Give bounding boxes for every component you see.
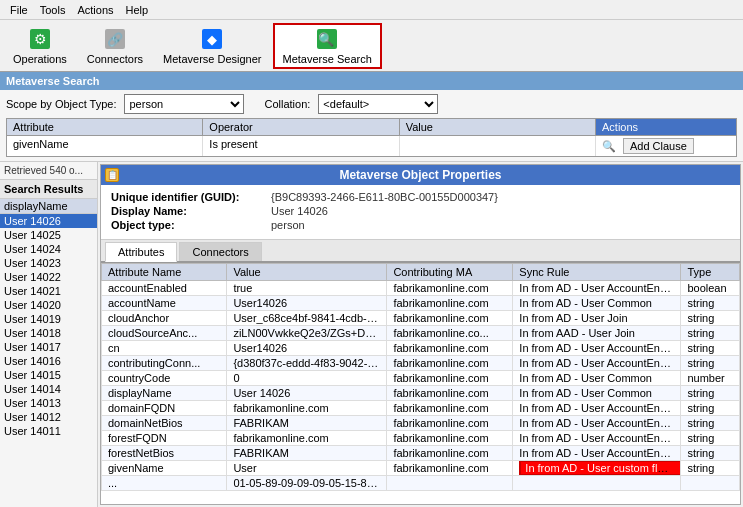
section-title: Metaverse Search [0,72,743,90]
attr-type-cell [681,476,740,491]
table-row: cloudSourceAnc... ziLN00VwkkeQ2e3/ZGs+DA… [102,326,740,341]
metaverse-search-icon: 🔍 [315,27,339,51]
attr-name-cell: cloudSourceAnc... [102,326,227,341]
attr-ma-cell: fabrikamonline.com [387,446,513,461]
attr-ma-cell: fabrikamonline.com [387,416,513,431]
result-item[interactable]: User 14013 [0,396,97,410]
filter-table: Attribute Operator Value Actions givenNa… [6,118,737,157]
attr-name-cell: givenName [102,461,227,476]
attr-sync-cell: In from AD - User Common [513,386,681,401]
table-row: domainFQDN fabrikamonline.com fabrikamon… [102,401,740,416]
attr-value-cell: ziLN00VwkkeQ2e3/ZGs+DA== [227,326,387,341]
attr-name-cell: ... [102,476,227,491]
search-form: Scope by Object Type: person Collation: … [0,90,743,162]
table-row: countryCode 0 fabrikamonline.com In from… [102,371,740,386]
attr-type-cell: string [681,446,740,461]
attr-name-cell: forestNetBios [102,446,227,461]
filter-header-value: Value [400,119,596,135]
attr-type-cell: number [681,371,740,386]
result-item[interactable]: User 14019 [0,312,97,326]
attr-ma-cell: fabrikamonline.co... [387,326,513,341]
scope-select[interactable]: person [124,94,244,114]
th-type: Type [681,264,740,281]
th-sync: Sync Rule [513,264,681,281]
results-list: User 14026User 14025User 14024User 14023… [0,214,97,507]
connectors-icon: 🔗 [103,27,127,51]
result-item[interactable]: User 14018 [0,326,97,340]
attr-type-cell: string [681,311,740,326]
svg-text:⚙: ⚙ [33,31,46,47]
result-item[interactable]: User 14017 [0,340,97,354]
toolbar-btn-operations[interactable]: ⚙ Operations [4,23,76,69]
th-attr: Attribute Name [102,264,227,281]
attr-ma-cell [387,476,513,491]
attr-value-cell: true [227,281,387,296]
scope-row: Scope by Object Type: person Collation: … [6,94,737,114]
menu-actions[interactable]: Actions [71,2,119,18]
attr-sync-cell: In from AD - User AccountEnabled [513,416,681,431]
add-clause-button[interactable]: Add Clause [623,138,694,154]
attr-type-cell: string [681,356,740,371]
table-row: ... 01-05-89-09-09-09-05-15-89-80-... [102,476,740,491]
scope-label: Scope by Object Type: [6,98,116,110]
result-item[interactable]: User 14016 [0,354,97,368]
table-row: contributingConn... {d380f37c-eddd-4f83-… [102,356,740,371]
add-clause-icon: 🔍 [602,140,616,153]
attr-name-cell: domainNetBios [102,416,227,431]
menu-help[interactable]: Help [120,2,155,18]
tab-connectors[interactable]: Connectors [179,242,261,261]
filter-header-operator: Operator [203,119,399,135]
attr-type-cell: string [681,431,740,446]
attr-type-cell: string [681,416,740,431]
attr-sync-cell: In from AD - User Common [513,371,681,386]
operations-label: Operations [13,53,67,65]
menu-file[interactable]: File [4,2,34,18]
result-item[interactable]: User 14020 [0,298,97,312]
filter-value [400,136,596,156]
attr-type-cell: string [681,461,740,476]
result-item[interactable]: User 14014 [0,382,97,396]
right-panel: 📋 Metaverse Object Properties Unique ide… [98,162,743,507]
attr-ma-cell: fabrikamonline.com [387,461,513,476]
guid-value: {B9C89393-2466-E611-80BC-00155D000347} [271,191,498,203]
attr-type-cell: string [681,296,740,311]
mv-title-bar: 📋 Metaverse Object Properties [101,165,740,185]
attr-value-cell: 01-05-89-09-09-09-05-15-89-80-... [227,476,387,491]
display-name-value: User 14026 [271,205,328,217]
menu-tools[interactable]: Tools [34,2,72,18]
result-item[interactable]: User 14012 [0,410,97,424]
attr-ma-cell: fabrikamonline.com [387,431,513,446]
result-item[interactable]: User 14026 [0,214,97,228]
result-item[interactable]: User 14024 [0,242,97,256]
attr-ma-cell: fabrikamonline.com [387,296,513,311]
result-item[interactable]: User 14015 [0,368,97,382]
attr-value-cell: User 14026 [227,386,387,401]
svg-text:🔗: 🔗 [107,31,124,48]
collation-select[interactable]: <default> [318,94,438,114]
display-name-row: Display Name: User 14026 [111,205,730,217]
attr-ma-cell: fabrikamonline.com [387,281,513,296]
attr-ma-cell: fabrikamonline.com [387,341,513,356]
attr-sync-cell: In from AD - User AccountEnabled [513,281,681,296]
props-table: Attribute Name Value Contributing MA Syn… [101,263,740,491]
toolbar: ⚙ Operations 🔗 Connectors ◆ Metaverse De… [0,20,743,72]
attr-name-cell: contributingConn... [102,356,227,371]
object-type-value: person [271,219,305,231]
attr-ma-cell: fabrikamonline.com [387,401,513,416]
toolbar-btn-connectors[interactable]: 🔗 Connectors [78,23,152,69]
result-item[interactable]: User 14023 [0,256,97,270]
attr-value-cell: User14026 [227,341,387,356]
sync-rule-highlight: In from AD - User custom flows [519,461,681,476]
th-value: Value [227,264,387,281]
svg-text:🔍: 🔍 [318,31,335,48]
result-item[interactable]: User 14011 [0,424,97,438]
mv-title-icon: 📋 [105,168,119,182]
toolbar-btn-metaverse-search[interactable]: 🔍 Metaverse Search [273,23,382,69]
tab-attributes[interactable]: Attributes [105,242,177,262]
result-item[interactable]: User 14022 [0,270,97,284]
toolbar-btn-metaverse-designer[interactable]: ◆ Metaverse Designer [154,23,270,69]
th-ma: Contributing MA [387,264,513,281]
result-item[interactable]: User 14025 [0,228,97,242]
result-item[interactable]: User 14021 [0,284,97,298]
mv-title: Metaverse Object Properties [339,168,501,182]
